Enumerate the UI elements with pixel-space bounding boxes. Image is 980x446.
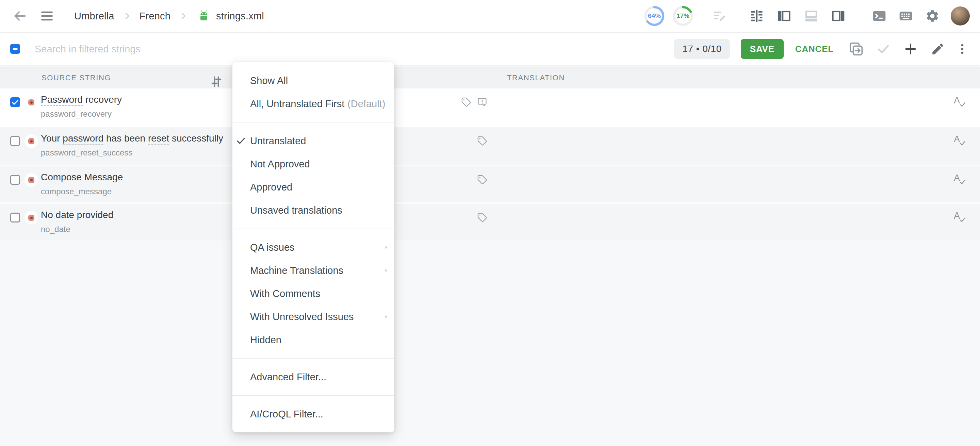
menu-item-with-unresolved-issues[interactable]: With Unresolved Issues xyxy=(232,305,395,328)
bottom-panel-view-button[interactable] xyxy=(803,8,819,24)
left-panel-view-icon xyxy=(776,8,792,24)
menu-item-all-untranslated-first[interactable]: All, Untranslated First(Default) xyxy=(232,92,395,115)
untranslated-status-icon xyxy=(28,177,34,183)
more-actions-button[interactable] xyxy=(955,41,970,57)
issue-bubble-icon[interactable] xyxy=(477,97,488,108)
duplicate-string-button[interactable] xyxy=(848,41,864,57)
spellcheck-icon[interactable]: A xyxy=(953,173,966,186)
strings-toolbar: 17 • 0/10 SAVE CANCEL xyxy=(0,33,980,65)
bottom-panel-view-icon xyxy=(803,8,819,24)
menu-item-untranslated[interactable]: Untranslated xyxy=(232,129,395,152)
settings-button[interactable] xyxy=(924,8,940,24)
edit-draft-icon xyxy=(712,8,727,24)
menu-item-unsaved-translations[interactable]: Unsaved translations xyxy=(232,199,395,222)
avatar[interactable] xyxy=(951,6,970,25)
breadcrumb-file[interactable]: strings.xml xyxy=(216,11,264,22)
tag-icon[interactable] xyxy=(461,97,472,108)
top-bar: Umbrella French strings.xml xyxy=(0,0,980,33)
menu-item-ai-croql-filter[interactable]: AI/CroQL Filter... xyxy=(232,402,395,425)
left-panel-view-button[interactable] xyxy=(776,8,792,24)
tag-icon[interactable] xyxy=(477,135,488,146)
status-halo xyxy=(24,211,38,225)
search-settings-button[interactable] xyxy=(208,74,224,89)
spellcheck-icon[interactable]: A xyxy=(953,134,966,148)
right-panel-view-button[interactable] xyxy=(830,8,846,24)
table-header: SOURCE STRING TRANSLATION xyxy=(0,67,980,89)
string-key: no_date xyxy=(41,225,70,234)
string-counter-badge: 17 • 0/10 xyxy=(674,39,730,59)
row-checkbox[interactable] xyxy=(10,175,20,185)
submenu-chevron-icon xyxy=(383,244,390,251)
side-by-side-view-button[interactable] xyxy=(749,8,765,24)
submenu-chevron-icon xyxy=(383,313,390,320)
table-row[interactable]: Compose Message compose_message A xyxy=(0,165,980,202)
tag-icon[interactable] xyxy=(477,174,488,185)
android-icon xyxy=(197,9,211,23)
save-button[interactable]: SAVE xyxy=(741,39,784,59)
untranslated-status-icon xyxy=(28,99,34,105)
menu-item-hidden[interactable]: Hidden xyxy=(232,328,395,351)
translated-progress-ring: 64% xyxy=(643,5,666,27)
select-all-checkbox[interactable] xyxy=(10,44,20,54)
spellcheck-icon[interactable]: A xyxy=(953,95,966,109)
menu-item-show-all[interactable]: Show All xyxy=(232,69,395,92)
tag-icon[interactable] xyxy=(477,212,488,223)
edit-string-button[interactable] xyxy=(930,41,946,57)
empty-list-area xyxy=(0,241,980,446)
hamburger-icon xyxy=(40,10,54,22)
string-key: password_reset_success xyxy=(41,148,132,157)
back-button[interactable] xyxy=(11,8,28,24)
row-checkbox[interactable] xyxy=(10,213,20,222)
menu-item-advanced-filter[interactable]: Advanced Filter... xyxy=(232,365,395,389)
search-input[interactable] xyxy=(35,41,205,57)
status-halo xyxy=(24,95,38,109)
untranslated-status-icon xyxy=(28,138,34,144)
source-string-text: Your password has been reset successfull… xyxy=(41,132,223,144)
source-string-text: No date provided xyxy=(41,209,113,221)
translation-header: TRANSLATION xyxy=(507,67,565,89)
string-key: compose_message xyxy=(41,187,111,196)
breadcrumb-project[interactable]: Umbrella xyxy=(74,11,115,22)
menu-item-qa-issues[interactable]: QA issues xyxy=(232,236,395,259)
main-menu-button[interactable] xyxy=(39,8,55,24)
translated-percent: 64% xyxy=(643,5,666,27)
shortcuts-button[interactable] xyxy=(898,8,914,24)
console-button[interactable] xyxy=(871,8,888,24)
menu-item-machine-translations[interactable]: Machine Translations xyxy=(232,259,395,282)
kebab-icon xyxy=(956,42,969,56)
source-string-header: SOURCE STRING xyxy=(41,67,111,89)
source-string-text: Password recovery xyxy=(41,94,122,106)
menu-item-not-approved[interactable]: Not Approved xyxy=(232,152,395,176)
keyboard-icon xyxy=(898,8,913,24)
add-string-button[interactable] xyxy=(902,41,919,57)
table-row[interactable]: Your password has been reset successfull… xyxy=(0,127,980,165)
cancel-button[interactable]: CANCEL xyxy=(795,44,834,54)
back-icon xyxy=(12,8,27,24)
submenu-chevron-icon xyxy=(383,267,390,274)
approved-progress-ring: 17% xyxy=(672,5,694,27)
row-checkbox[interactable] xyxy=(10,136,20,146)
chevron-right-icon xyxy=(178,11,188,21)
draft-edit-button[interactable] xyxy=(712,8,727,24)
menu-item-approved[interactable]: Approved xyxy=(232,176,395,199)
table-row[interactable]: No date provided no_date A xyxy=(0,203,980,241)
pencil-icon xyxy=(931,42,945,56)
approve-button[interactable] xyxy=(875,41,891,57)
untranslated-status-icon xyxy=(28,215,34,221)
translation-editor: Umbrella French strings.xml xyxy=(0,0,980,446)
side-by-side-view-icon xyxy=(749,8,765,24)
row-checkbox[interactable] xyxy=(10,97,20,107)
menu-item-with-comments[interactable]: With Comments xyxy=(232,282,395,305)
approved-percent: 17% xyxy=(672,5,694,27)
spellcheck-icon[interactable]: A xyxy=(953,211,966,224)
filter-dropdown-menu: Show All All, Untranslated First(Default… xyxy=(232,62,395,432)
breadcrumb-language[interactable]: French xyxy=(140,11,170,22)
table-row[interactable]: Password recovery password_recovery A xyxy=(0,89,980,127)
chevron-right-icon xyxy=(122,11,132,21)
terminal-icon xyxy=(872,8,887,24)
source-string-text: Compose Message xyxy=(41,171,123,183)
default-suffix: (Default) xyxy=(347,98,385,110)
duplicate-icon xyxy=(848,41,864,57)
gear-icon xyxy=(925,9,940,23)
status-halo xyxy=(24,134,38,148)
